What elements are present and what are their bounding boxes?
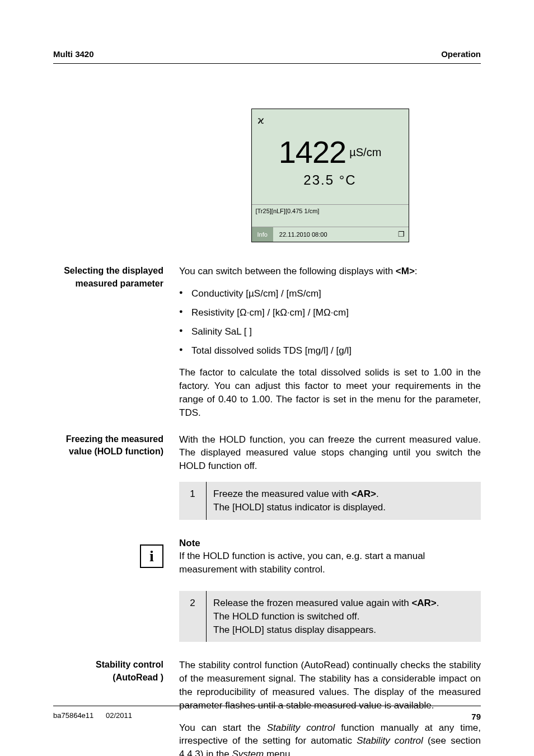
key-ar: <AR>: [352, 489, 376, 499]
autoread-para2: You can start the Stability control func…: [179, 721, 481, 756]
lcd-info-softkey: Info: [252, 227, 274, 242]
header-left: Multi 3420: [53, 48, 94, 60]
lcd-corner-icon: ❐: [394, 227, 409, 242]
select-bullet-list: Conductivity [µS/cm] / [mS/cm] Resistivi…: [179, 287, 481, 357]
step-table-1: 1 Freeze the measured value with <AR>. T…: [179, 482, 481, 520]
conductivity-symbol: ϰ: [257, 114, 264, 128]
key-ar: <AR>: [411, 598, 436, 608]
running-header: Multi 3420 Operation: [53, 48, 481, 64]
list-item: Salinity SaL [ ]: [179, 325, 481, 339]
step-number: 2: [179, 591, 207, 642]
select-intro: You can switch between the following dis…: [179, 265, 481, 278]
lcd-main-value: 1422: [279, 134, 346, 170]
header-right: Operation: [441, 48, 481, 60]
side-heading-select: Selecting the displayed measured paramet…: [53, 265, 179, 428]
autoread-para1: The stability control function (AutoRead…: [179, 659, 481, 712]
footer-docid: ba75864e11: [53, 711, 93, 720]
lcd-unit: µS/cm: [349, 146, 381, 158]
running-footer: ba75864e11 02/2011 79: [53, 706, 481, 722]
step-table-2: 2 Release the frozen measured value agai…: [179, 591, 481, 642]
select-para: The factor to calculate the total dissol…: [179, 366, 481, 419]
list-item: Resistivity [Ω·cm] / [kΩ·cm] / [MΩ·cm]: [179, 306, 481, 320]
footer-date: 02/2011: [106, 711, 132, 720]
step-number: 1: [179, 482, 207, 520]
page-number: 79: [471, 711, 481, 722]
step-text: Release the frozen measured value again …: [207, 591, 481, 642]
step-text: Freeze the measured value with <AR>. The…: [207, 482, 481, 520]
hold-para: With the HOLD function, you can freeze t…: [179, 433, 481, 473]
lcd-temperature: 23.5 °C: [252, 171, 409, 190]
side-heading-hold: Freezing the measured value (HOLD functi…: [53, 433, 179, 532]
info-icon: i: [140, 544, 163, 568]
lcd-status-line: [Tr25][nLF][0.475 1/cm]: [252, 205, 409, 227]
lcd-screenshot: ϰ 1422µS/cm 23.5 °C [Tr25][nLF][0.475 1/…: [251, 109, 409, 242]
lcd-datetime: 22.11.2010 08:00: [274, 227, 394, 242]
key-m: <M>: [396, 266, 415, 276]
list-item: Conductivity [µS/cm] / [mS/cm]: [179, 287, 481, 300]
list-item: Total dissolved solids TDS [mg/l] / [g/l…: [179, 344, 481, 358]
note-heading: Note: [179, 537, 481, 550]
note-body: If the HOLD function is active, you can,…: [179, 550, 481, 576]
